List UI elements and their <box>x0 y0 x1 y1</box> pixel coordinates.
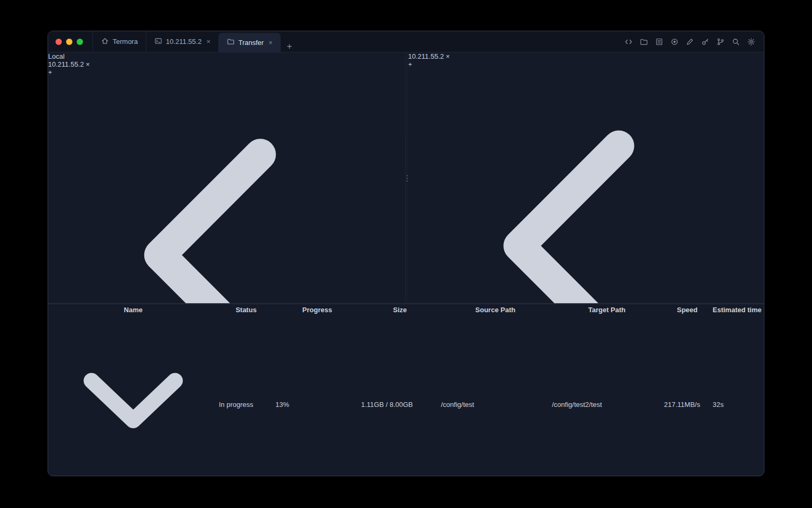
titlebar: Termora 10.211.55.2 × Transfer × + <box>48 31 764 52</box>
close-window-button[interactable] <box>56 39 62 45</box>
file-panes: Local 10.211.55.2 × + > config <box>48 52 764 303</box>
new-tab-button[interactable]: + <box>281 41 299 52</box>
branch-icon[interactable] <box>714 35 727 48</box>
minimize-window-button[interactable] <box>66 39 72 45</box>
folder-icon <box>227 38 235 47</box>
col-estimated-time[interactable]: Estimated time <box>712 305 762 314</box>
code-icon[interactable] <box>622 35 635 48</box>
right-file-panel: 10.211.55.2 × + > config > test2 <box>408 52 763 303</box>
left-panel-tabs: Local 10.211.55.2 × + <box>48 52 405 76</box>
tab-label: 10.211.55.2 <box>166 38 202 46</box>
tab-label: Termora <box>113 38 138 46</box>
tab-label: 10.211.55.2 <box>48 60 84 68</box>
zoom-window-button[interactable] <box>77 39 83 45</box>
home-icon <box>101 37 109 47</box>
tab-local[interactable]: Local <box>48 52 405 60</box>
close-tab-icon[interactable]: × <box>269 39 273 47</box>
search-icon[interactable] <box>729 35 742 48</box>
titlebar-actions <box>622 31 764 52</box>
close-tab-icon[interactable]: × <box>86 60 90 68</box>
table-header: Name Status Progress Size Source Path Ta… <box>49 305 762 314</box>
titlebar-tabs: Termora 10.211.55.2 × Transfer × + <box>93 31 299 52</box>
col-speed[interactable]: Speed <box>663 305 711 314</box>
col-size[interactable]: Size <box>361 305 439 314</box>
titlebar-tab-termora[interactable]: Termora <box>93 31 146 52</box>
right-toolbar: > config > test2 <box>408 68 763 303</box>
add-tab-button[interactable]: + <box>408 60 763 68</box>
folder-icon[interactable] <box>637 35 650 48</box>
settings-icon[interactable] <box>744 35 758 48</box>
key-icon[interactable] <box>698 35 712 48</box>
right-panel-tabs: 10.211.55.2 × + <box>408 52 763 68</box>
app-window: Termora 10.211.55.2 × Transfer × + <box>48 31 764 476</box>
splitter-handle-icon <box>406 175 408 182</box>
window-controls <box>48 31 93 52</box>
transfer-row[interactable]: test In progress 13% 1.11GB / 8.00GB /co… <box>49 315 762 476</box>
terminal-icon <box>154 37 162 47</box>
titlebar-tab-transfer[interactable]: Transfer × <box>218 33 281 52</box>
left-file-panel: Local 10.211.55.2 × + > config <box>48 52 405 303</box>
col-status[interactable]: Status <box>218 305 274 314</box>
tab-label: Local <box>48 52 64 60</box>
tab-label: 10.211.55.2 <box>408 52 444 60</box>
col-progress[interactable]: Progress <box>275 305 359 314</box>
transfer-panel: Name Status Progress Size Source Path Ta… <box>48 304 764 476</box>
progress-bar: 13% <box>275 401 359 409</box>
close-tab-icon[interactable]: × <box>446 52 450 60</box>
col-source-path[interactable]: Source Path <box>440 305 550 314</box>
col-name[interactable]: Name <box>49 305 217 314</box>
record-icon[interactable] <box>668 35 681 48</box>
col-target-path[interactable]: Target Path <box>551 305 662 314</box>
close-tab-icon[interactable]: × <box>206 38 210 46</box>
tab-label: Transfer <box>238 39 264 47</box>
tab-remote-10-211-55-2[interactable]: 10.211.55.2 × <box>48 60 405 68</box>
tab-remote-10-211-55-2[interactable]: 10.211.55.2 × <box>408 52 763 60</box>
log-icon[interactable] <box>652 35 666 48</box>
transfer-table: Name Status Progress Size Source Path Ta… <box>48 304 763 476</box>
edit-icon[interactable] <box>683 35 696 48</box>
titlebar-tab-host[interactable]: 10.211.55.2 × <box>146 31 218 52</box>
main-content: Local 10.211.55.2 × + > config <box>48 52 764 476</box>
left-toolbar: > config <box>48 76 405 303</box>
chevron-down-icon[interactable] <box>50 316 217 476</box>
add-tab-button[interactable]: + <box>48 68 405 76</box>
